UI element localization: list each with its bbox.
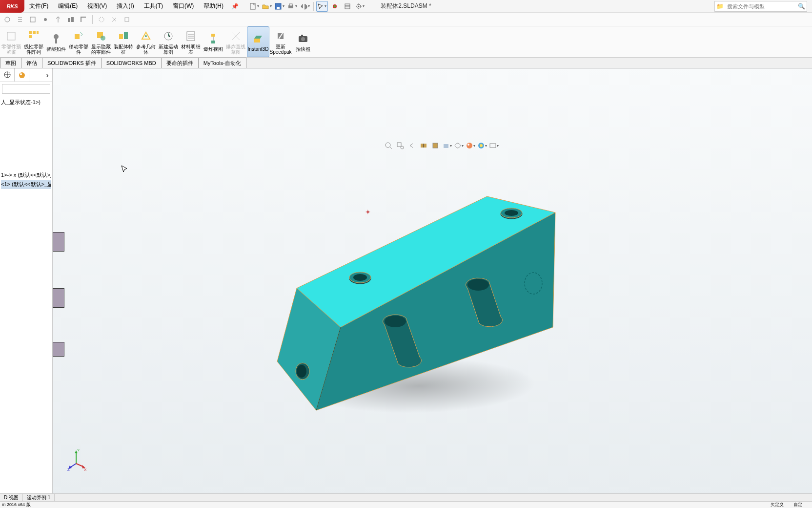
- svg-point-49: [467, 144, 469, 146]
- display-style-icon[interactable]: ▾: [442, 141, 452, 150]
- svg-rect-38: [301, 35, 303, 36]
- menu-file[interactable]: 文件(F): [24, 0, 53, 13]
- tb2-btn-7[interactable]: [78, 14, 89, 25]
- linear-pattern-label: 线性零部件阵列: [23, 44, 44, 55]
- tab-evaluate[interactable]: 评估: [21, 58, 42, 68]
- tab-sketch[interactable]: 草图: [0, 58, 21, 68]
- feature-tree-panel: › 人_显示状态-1>) 1>-> x (默认<<默认>_ <1> (默认<<默…: [0, 68, 53, 495]
- tab-sw-mbd[interactable]: SOLIDWORKS MBD: [101, 58, 162, 68]
- svg-point-9: [358, 5, 360, 7]
- move-component-button[interactable]: 移动零部件: [67, 26, 90, 57]
- new-file-button[interactable]: ▾: [248, 1, 260, 12]
- print-button[interactable]: ▾: [286, 1, 298, 12]
- svg-rect-16: [125, 18, 129, 21]
- search-input[interactable]: [725, 3, 796, 9]
- tb2-btn-6[interactable]: [65, 14, 76, 25]
- svg-rect-46: [433, 143, 438, 148]
- zoom-fit-icon[interactable]: [384, 141, 393, 150]
- tb2-btn-9[interactable]: [109, 14, 120, 25]
- apply-scene-icon[interactable]: ▾: [477, 141, 487, 150]
- tree-display-state[interactable]: 人_显示状态-1>): [1, 98, 51, 107]
- tab-sw-addins[interactable]: SOLIDWORKS 插件: [42, 58, 102, 68]
- background-part-1: [53, 232, 64, 252]
- feature-tree-tab[interactable]: [0, 68, 15, 82]
- edit-component-label: 零部件预览窗: [1, 44, 21, 55]
- take-snapshot-button[interactable]: 拍快照: [292, 26, 314, 57]
- svg-point-10: [5, 17, 10, 22]
- svg-rect-43: [397, 143, 401, 147]
- options-button[interactable]: [342, 1, 353, 12]
- instant3d-button[interactable]: Instant3D: [247, 26, 269, 57]
- tb2-btn-2[interactable]: [15, 14, 25, 25]
- undo-button[interactable]: ▾: [299, 1, 311, 12]
- menu-view[interactable]: 视图(V): [82, 0, 112, 13]
- assembly-features-button[interactable]: 装配体特征: [112, 26, 135, 57]
- tb2-btn-5[interactable]: [53, 14, 63, 25]
- linear-pattern-button[interactable]: 线性零部件阵列: [22, 26, 45, 57]
- tree-filter-input[interactable]: [2, 84, 50, 94]
- svg-point-64: [467, 279, 489, 291]
- axis-triad-icon[interactable]: Y Z X: [67, 446, 87, 471]
- zoom-area-icon[interactable]: [395, 141, 405, 150]
- svg-point-48: [467, 143, 472, 148]
- svg-point-62: [505, 210, 518, 216]
- svg-point-37: [301, 37, 305, 41]
- 3d-model[interactable]: [228, 132, 570, 425]
- tree-item-1[interactable]: 1>-> x (默认<<默认>_: [1, 170, 51, 180]
- edit-component-button[interactable]: 零部件预览窗: [0, 26, 22, 57]
- exploded-view-button[interactable]: 爆炸视图: [202, 26, 224, 57]
- save-button[interactable]: ▾: [274, 1, 285, 12]
- svg-rect-32: [211, 34, 215, 37]
- svg-text:Z: Z: [67, 467, 70, 471]
- select-tool-button[interactable]: ▾: [316, 1, 328, 12]
- svg-rect-52: [490, 144, 496, 148]
- pin-icon[interactable]: 📌: [231, 3, 239, 10]
- tb2-btn-4[interactable]: [40, 14, 51, 25]
- reference-geometry-button[interactable]: 参考几何体: [135, 26, 157, 57]
- menu-help[interactable]: 帮助(H): [199, 0, 228, 13]
- hide-show-icon[interactable]: ▾: [454, 141, 464, 150]
- svg-rect-21: [29, 35, 32, 38]
- new-motion-button[interactable]: 新建运动算例: [157, 26, 180, 57]
- view-orientation-icon[interactable]: [430, 141, 440, 150]
- tb2-btn-8[interactable]: [96, 14, 107, 25]
- previous-view-icon[interactable]: [407, 141, 417, 150]
- svg-point-42: [386, 143, 390, 148]
- tab-3d-view[interactable]: D 视图: [0, 494, 23, 501]
- section-view-icon[interactable]: [419, 141, 428, 150]
- rebuild-button[interactable]: [329, 1, 341, 12]
- svg-point-51: [480, 144, 483, 147]
- explode-sketch-button[interactable]: 爆炸直线草图: [224, 26, 247, 57]
- tab-mytools[interactable]: MyTools-自动化: [198, 58, 246, 68]
- tb2-btn-3[interactable]: [27, 14, 38, 25]
- panel-expand-button[interactable]: ›: [42, 68, 52, 82]
- graphics-viewport[interactable]: ▾ ▾ ▾ ▾ ▾ ✦: [53, 68, 812, 495]
- tab-motion-study[interactable]: 运动算例 1: [23, 494, 55, 501]
- menu-tools[interactable]: 工具(T): [139, 0, 168, 13]
- svg-point-66: [297, 365, 306, 378]
- menu-window[interactable]: 窗口(W): [168, 0, 199, 13]
- tb2-btn-1[interactable]: [2, 14, 13, 25]
- exploded-view-label: 爆炸视图: [203, 46, 223, 52]
- search-box[interactable]: 📁 🔍: [714, 1, 807, 12]
- tree-item-2[interactable]: <1> (默认<<默认>_显示: [1, 180, 51, 189]
- assembly-features-label: 装配体特征: [113, 44, 134, 55]
- bom-button[interactable]: 材料明细表: [180, 26, 202, 57]
- tab-required-addins[interactable]: 要命的插件: [161, 58, 199, 68]
- instant3d-label: Instant3D: [248, 46, 269, 52]
- edit-appearance-icon[interactable]: ▾: [466, 141, 475, 150]
- config-tab[interactable]: [15, 68, 29, 82]
- smart-fasteners-button[interactable]: 智能扣件: [45, 26, 67, 57]
- settings-button[interactable]: ▾: [354, 1, 366, 12]
- menu-edit[interactable]: 编辑(E): [53, 0, 82, 13]
- menu-insert[interactable]: 插入(I): [112, 0, 139, 13]
- take-snapshot-label: 拍快照: [296, 46, 310, 52]
- search-icon[interactable]: 🔍: [796, 3, 807, 10]
- update-speedpak-button[interactable]: 更新Speedpak: [269, 26, 292, 57]
- open-file-button[interactable]: ▾: [261, 1, 273, 12]
- view-settings-icon[interactable]: ▾: [489, 141, 499, 150]
- bom-label: 材料明细表: [181, 44, 201, 55]
- tb2-btn-10[interactable]: [122, 14, 132, 25]
- bottom-tab-bar: D 视图 运动算例 1: [0, 493, 812, 501]
- show-hidden-button[interactable]: 显示隐藏的零部件: [90, 26, 112, 57]
